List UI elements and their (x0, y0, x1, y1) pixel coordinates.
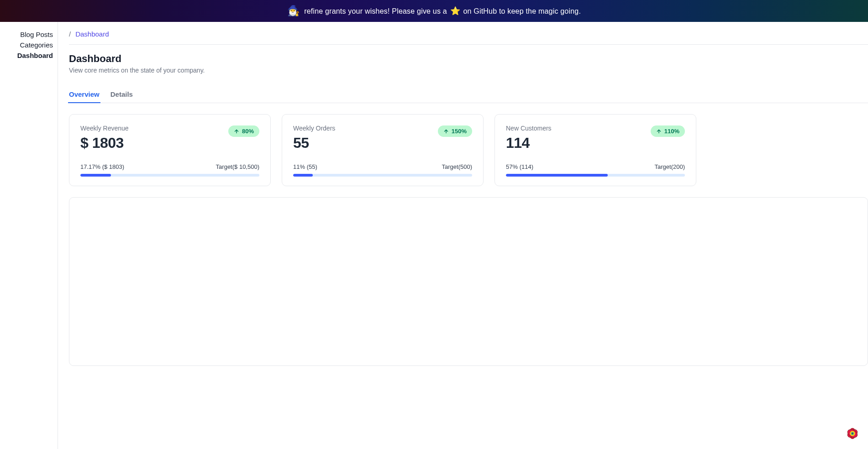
page-subtitle: View core metrics on the state of your c… (69, 67, 868, 74)
arrow-up-icon (443, 129, 449, 134)
devtools-flower-icon[interactable] (843, 424, 862, 443)
kpi-progress-label: 57% (114) (506, 163, 533, 170)
kpi-progress-fill (293, 174, 313, 177)
tabs: Overview Details (69, 90, 868, 103)
sidebar-item-dashboard[interactable]: Dashboard (7, 50, 53, 61)
kpi-title: Weekly Revenue (80, 125, 129, 132)
chart-panel (69, 197, 868, 366)
kpi-title: New Customers (506, 125, 552, 132)
kpi-target-label: Target(500) (442, 163, 472, 170)
kpi-progress-fill (506, 174, 608, 177)
tab-overview[interactable]: Overview (69, 90, 100, 103)
kpi-value: 114 (506, 135, 552, 151)
trend-badge-value: 110% (664, 128, 679, 135)
kpi-progress-bar (293, 174, 472, 177)
svg-point-5 (852, 433, 853, 434)
promo-banner[interactable]: 🧙‍♂️ refine grants your wishes! Please g… (0, 0, 868, 22)
kpi-progress-bar (80, 174, 259, 177)
trend-badge: 150% (438, 125, 472, 137)
tab-details[interactable]: Details (110, 90, 133, 103)
sidebar: Blog Posts Categories Dashboard (0, 22, 58, 449)
banner-text-after: on GitHub to keep the magic going. (463, 7, 581, 15)
kpi-progress-bar (506, 174, 685, 177)
sidebar-item-categories[interactable]: Categories (7, 40, 53, 50)
trend-badge: 80% (228, 125, 259, 137)
breadcrumb-separator: / (69, 30, 71, 38)
page-title: Dashboard (69, 53, 868, 65)
kpi-row: Weekly Revenue $ 1803 80% 17.17% ($ 1803… (69, 114, 868, 186)
kpi-title: Weekly Orders (293, 125, 335, 132)
page-header: Dashboard View core metrics on the state… (69, 45, 868, 74)
main-content: / Dashboard Dashboard View core metrics … (58, 22, 868, 449)
kpi-target-label: Target($ 10,500) (216, 163, 259, 170)
kpi-card-weekly-revenue: Weekly Revenue $ 1803 80% 17.17% ($ 1803… (69, 114, 271, 186)
kpi-value: $ 1803 (80, 135, 129, 151)
breadcrumb: / Dashboard (69, 30, 868, 45)
wizard-icon: 🧙‍♂️ (287, 5, 300, 17)
trend-badge-value: 80% (242, 128, 254, 135)
star-icon: ⭐ (450, 6, 460, 16)
kpi-card-weekly-orders: Weekly Orders 55 150% 11% (55) Target(50… (282, 114, 484, 186)
kpi-progress-label: 17.17% ($ 1803) (80, 163, 124, 170)
kpi-card-new-customers: New Customers 114 110% 57% (114) Target(… (494, 114, 696, 186)
kpi-value: 55 (293, 135, 335, 151)
trend-badge: 110% (651, 125, 685, 137)
banner-text-before: refine grants your wishes! Please give u… (304, 7, 447, 15)
sidebar-item-blog-posts[interactable]: Blog Posts (7, 29, 53, 40)
kpi-progress-label: 11% (55) (293, 163, 317, 170)
kpi-target-label: Target(200) (655, 163, 685, 170)
kpi-progress-fill (80, 174, 111, 177)
arrow-up-icon (656, 129, 662, 134)
arrow-up-icon (234, 129, 239, 134)
breadcrumb-current[interactable]: Dashboard (75, 30, 109, 38)
trend-badge-value: 150% (452, 128, 467, 135)
